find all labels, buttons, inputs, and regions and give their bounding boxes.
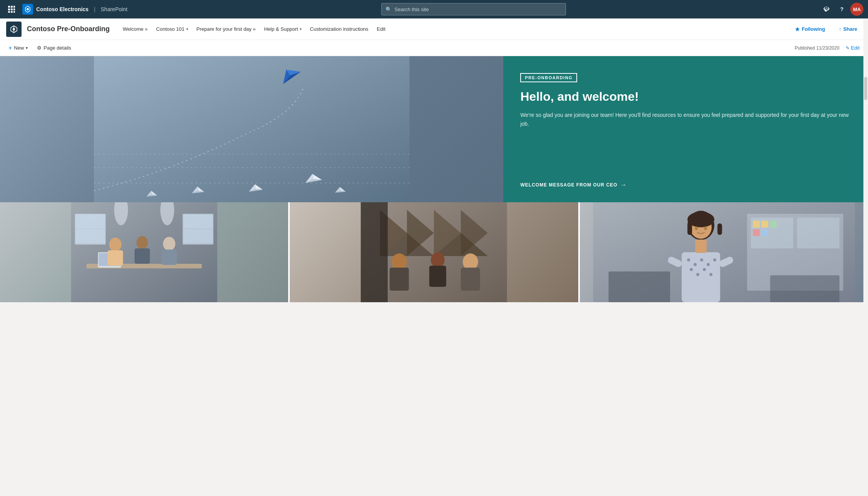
chevron-down-icon: ▾ (186, 27, 188, 31)
svg-rect-67 (461, 268, 480, 291)
edit-button[interactable]: ✎ Edit (843, 43, 862, 52)
help-button[interactable]: ? (835, 2, 849, 16)
new-chevron-icon: ▾ (26, 46, 28, 50)
site-title: Contoso Pre-Onboarding (27, 25, 110, 33)
search-box[interactable]: 🔍 Search this site (381, 3, 566, 15)
svg-point-87 (713, 258, 716, 261)
svg-point-83 (687, 258, 690, 261)
svg-rect-43 (108, 250, 123, 266)
user-avatar[interactable]: MA (850, 3, 863, 16)
svg-point-86 (706, 263, 709, 266)
following-button[interactable]: ★ Following (790, 24, 830, 35)
star-icon: ★ (795, 26, 800, 32)
svg-rect-94 (695, 240, 706, 253)
svg-rect-2 (13, 6, 15, 8)
toolbar-right: Published 11/23/2020 ✎ Edit (795, 43, 862, 52)
meeting-illustration-2 (290, 202, 578, 302)
woman-illustration (580, 202, 868, 302)
gear-icon: ⚙ (37, 45, 42, 51)
svg-point-42 (109, 238, 122, 251)
hero-background (0, 56, 503, 202)
chevron-down-icon-help: ▾ (300, 27, 302, 31)
share-button[interactable]: ↑ Share (834, 24, 862, 34)
svg-rect-5 (13, 8, 15, 10)
page-details-button[interactable]: ⚙ Page details (35, 43, 73, 52)
meeting-illustration-1 (0, 202, 288, 302)
svg-rect-47 (162, 250, 177, 265)
svg-point-95 (694, 226, 698, 230)
search-icon: 🔍 (386, 7, 392, 12)
app-name: SharePoint (101, 6, 127, 12)
plus-icon: + (8, 45, 12, 52)
svg-point-89 (696, 273, 699, 276)
svg-rect-0 (8, 6, 10, 8)
nav-help-support[interactable]: Help & Support ▾ (260, 23, 305, 35)
svg-point-64 (431, 252, 445, 268)
svg-rect-98 (770, 275, 839, 302)
svg-rect-4 (11, 8, 13, 10)
hero-content: PRE-ONBOARDING Hello, and welcome! We're… (503, 56, 868, 202)
share-icon: ↑ (839, 26, 841, 32)
hero-title: Hello, and welcome! (520, 89, 851, 104)
nav-edit[interactable]: Edit (373, 23, 389, 35)
svg-rect-14 (94, 56, 409, 202)
pencil-icon: ✎ (846, 45, 850, 51)
site-nav-right: ★ Following ↑ Share (790, 24, 862, 35)
search-area: 🔍 Search this site (131, 3, 816, 15)
paper-planes-illustration (0, 56, 503, 202)
svg-rect-45 (135, 248, 150, 264)
svg-point-90 (703, 268, 706, 271)
page-toolbar: + New ▾ ⚙ Page details Published 11/23/2… (0, 40, 868, 56)
svg-rect-65 (429, 266, 446, 287)
svg-rect-97 (608, 271, 670, 302)
settings-button[interactable] (820, 2, 833, 16)
svg-rect-75 (753, 229, 760, 236)
nav-contoso101[interactable]: Contoso 101 ▾ (152, 23, 192, 35)
scrollbar-track[interactable] (863, 0, 868, 302)
help-icon: ? (840, 6, 844, 12)
site-nav-links: Welcome » Contoso 101 ▾ Prepare for your… (119, 23, 790, 35)
hero-tag: PRE-ONBOARDING (520, 73, 577, 82)
hero-cta-link[interactable]: WELCOME MESSAGE FROM OUR CEO → (520, 181, 851, 188)
svg-rect-71 (797, 218, 839, 248)
svg-rect-3 (8, 8, 10, 10)
site-navigation: Contoso Pre-Onboarding Welcome » Contoso… (0, 18, 868, 40)
brand-area[interactable]: Contoso Electronics | SharePoint (22, 4, 127, 15)
svg-rect-8 (13, 11, 15, 13)
svg-rect-72 (753, 221, 760, 228)
top-nav-actions: ? MA (820, 2, 863, 16)
svg-point-46 (163, 237, 175, 251)
published-text: Published 11/23/2020 (795, 45, 839, 51)
svg-point-88 (689, 268, 693, 271)
svg-point-91 (709, 273, 712, 276)
nav-customization[interactable]: Customization instructions (306, 23, 372, 35)
nav-welcome[interactable]: Welcome » (119, 23, 152, 35)
svg-point-85 (700, 258, 703, 261)
waffle-button[interactable] (5, 2, 18, 16)
svg-rect-81 (717, 223, 722, 235)
nav-prepare[interactable]: Prepare for your first day » (193, 23, 260, 35)
svg-point-11 (13, 28, 15, 30)
hero-section: PRE-ONBOARDING Hello, and welcome! We're… (0, 56, 868, 202)
svg-rect-52 (184, 215, 213, 228)
hero-description: We're so glad you are joining our team! … (520, 111, 851, 128)
svg-rect-74 (770, 221, 776, 228)
photo-strip (0, 202, 868, 302)
scrollbar-thumb[interactable] (864, 77, 867, 100)
svg-rect-7 (11, 11, 13, 13)
svg-rect-61 (361, 202, 388, 302)
svg-rect-1 (11, 6, 13, 8)
svg-rect-53 (184, 229, 213, 243)
site-logo[interactable] (6, 22, 22, 37)
svg-rect-80 (687, 223, 692, 235)
svg-point-10 (27, 8, 29, 10)
photo-item-meeting2 (290, 202, 578, 302)
svg-rect-63 (390, 268, 409, 291)
svg-rect-73 (761, 221, 768, 228)
svg-rect-49 (76, 215, 105, 228)
top-navigation: Contoso Electronics | SharePoint 🔍 Searc… (0, 0, 868, 18)
brand-divider: | (94, 6, 95, 12)
svg-point-44 (137, 236, 148, 249)
new-button[interactable]: + New ▾ (6, 43, 30, 53)
svg-point-96 (704, 226, 707, 230)
